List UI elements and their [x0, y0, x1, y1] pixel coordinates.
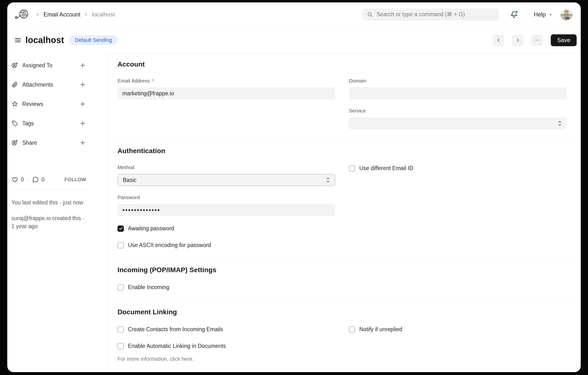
awaiting-password-row[interactable]: Awaiting password — [117, 225, 335, 232]
field-method: Method Basic — [117, 164, 335, 186]
breadcrumb-doctype[interactable]: Email Account — [43, 11, 80, 18]
sidebar-item-attachments[interactable]: Attachments — [11, 79, 86, 90]
form-card: Account Email Address * marketing@frappe… — [108, 54, 577, 372]
select-stepper-icon — [558, 120, 562, 127]
use-different-email-row[interactable]: Use different Email ID — [349, 165, 567, 171]
more-options-button[interactable] — [531, 35, 543, 46]
sidebar-item-label: Tags — [22, 120, 34, 127]
auto-linking-row[interactable]: Enable Automatic Linking in Documents — [117, 343, 335, 349]
heart-icon[interactable] — [11, 176, 18, 183]
enable-incoming-checkbox[interactable] — [117, 284, 124, 290]
tag-icon — [11, 120, 18, 127]
notify-unreplied-row[interactable]: Notify if unreplied — [349, 326, 567, 333]
field-domain: Domain — [349, 78, 567, 99]
create-contacts-checkbox[interactable] — [117, 326, 124, 333]
chevron-right-icon — [515, 38, 520, 43]
enable-incoming-row[interactable]: Enable Incoming — [117, 284, 335, 290]
paperclip-icon — [11, 81, 18, 88]
section-heading-incoming: Incoming (POP/IMAP) Settings — [117, 266, 567, 274]
password-input[interactable]: ••••••••••••• — [117, 204, 335, 216]
header-actions: Save — [493, 34, 577, 46]
created-note: suraj@frappe.io created this · 1 year ag… — [11, 214, 86, 230]
next-document-button[interactable] — [512, 35, 524, 46]
search-icon — [367, 11, 373, 18]
breadcrumb-chevron-icon — [36, 12, 40, 17]
sidebar-toggle-icon[interactable] — [11, 34, 24, 47]
awaiting-password-label: Awaiting password — [128, 225, 174, 232]
plus-icon — [80, 120, 86, 127]
comments-group[interactable]: 0 — [32, 176, 44, 183]
chevron-down-icon — [548, 12, 553, 17]
click-here-link[interactable]: click here. — [170, 356, 194, 362]
plus-icon — [80, 82, 86, 88]
check-icon — [119, 226, 123, 231]
domain-label: Domain — [349, 78, 567, 84]
email-address-input[interactable]: marketing@frappe.io — [117, 87, 335, 99]
awaiting-password-checkbox[interactable] — [117, 225, 124, 232]
sidebar-item-label: Assigned To — [22, 62, 52, 69]
status-badge: Default Sending — [69, 35, 117, 45]
method-select[interactable]: Basic — [117, 174, 335, 186]
help-menu[interactable]: Help — [534, 11, 553, 18]
last-edited-note: You last edited this · just now — [11, 199, 86, 207]
field-email-address: Email Address * marketing@frappe.io — [117, 78, 335, 99]
notify-unreplied-label: Notify if unreplied — [359, 326, 402, 333]
add-assignment-button[interactable] — [79, 62, 86, 69]
comment-icon — [32, 176, 39, 183]
notification-dot — [515, 11, 518, 13]
email-address-label: Email Address * — [117, 78, 335, 84]
ascii-encoding-row[interactable]: Use ASCII encoding for password — [117, 242, 335, 248]
top-navbar: Email Account localhost Search or type a… — [7, 2, 581, 27]
follow-button[interactable]: FOLLOW — [64, 177, 86, 182]
add-review-button[interactable] — [79, 100, 86, 108]
auto-linking-label: Enable Automatic Linking in Documents — [128, 343, 226, 349]
ascii-encoding-checkbox[interactable] — [117, 242, 124, 248]
method-label: Method — [117, 164, 335, 170]
service-label: Service — [349, 108, 567, 114]
created-by-user[interactable]: suraj@frappe.io — [11, 215, 51, 221]
dot-separator: · — [27, 176, 29, 183]
method-select-value: Basic — [123, 177, 136, 183]
required-marker: * — [152, 78, 154, 84]
frappe-yarn-logo-icon[interactable] — [14, 9, 30, 21]
section-incoming: Incoming (POP/IMAP) Settings Enable Inco… — [108, 260, 576, 302]
create-contacts-label: Create Contacts from Incoming Emails — [128, 326, 223, 333]
user-plus-icon — [11, 62, 18, 69]
sidebar-item-share[interactable]: Share — [11, 138, 86, 148]
section-heading-authentication: Authentication — [117, 147, 567, 155]
previous-document-button[interactable] — [493, 35, 504, 46]
page-title: localhost — [25, 35, 64, 45]
comments-count: 0 — [41, 176, 44, 183]
star-icon — [11, 101, 18, 107]
use-different-email-label: Use different Email ID — [359, 165, 413, 171]
sidebar-item-label: Attachments — [22, 82, 53, 88]
save-button[interactable]: Save — [551, 34, 577, 46]
likes-count: 0 — [21, 176, 24, 183]
use-different-email-checkbox[interactable] — [349, 165, 355, 171]
ascii-encoding-label: Use ASCII encoding for password — [128, 242, 211, 248]
auto-linking-checkbox[interactable] — [117, 343, 124, 349]
sidebar-item-assigned-to[interactable]: Assigned To — [11, 60, 86, 71]
add-share-button[interactable] — [79, 139, 86, 146]
global-search-input[interactable]: Search or type a command (⌘ + G) — [362, 9, 499, 21]
create-contacts-row[interactable]: Create Contacts from Incoming Emails — [117, 326, 335, 333]
breadcrumb-document[interactable]: localhost — [92, 11, 115, 18]
add-attachment-button[interactable] — [79, 81, 86, 88]
domain-input[interactable] — [349, 87, 567, 99]
sidebar-item-reviews[interactable]: Reviews — [11, 99, 86, 109]
user-avatar[interactable] — [560, 9, 573, 21]
document-sidebar: Assigned To Attachments — [7, 54, 108, 372]
sidebar-item-label: Share — [22, 139, 37, 146]
plus-icon — [80, 62, 86, 68]
sidebar-item-tags[interactable]: Tags — [11, 118, 86, 129]
plus-icon — [80, 101, 86, 107]
more-information-text: For more information, click here. — [117, 356, 335, 362]
notifications-bell-icon[interactable] — [510, 10, 518, 19]
notify-unreplied-checkbox[interactable] — [349, 326, 355, 333]
add-tag-button[interactable] — [79, 120, 86, 127]
section-heading-account: Account — [117, 61, 567, 68]
service-select[interactable] — [349, 117, 567, 129]
sidebar-divider — [11, 190, 86, 190]
section-account: Account Email Address * marketing@frappe… — [108, 54, 576, 140]
social-row: 0 · 0 FOLLOW — [11, 176, 86, 183]
